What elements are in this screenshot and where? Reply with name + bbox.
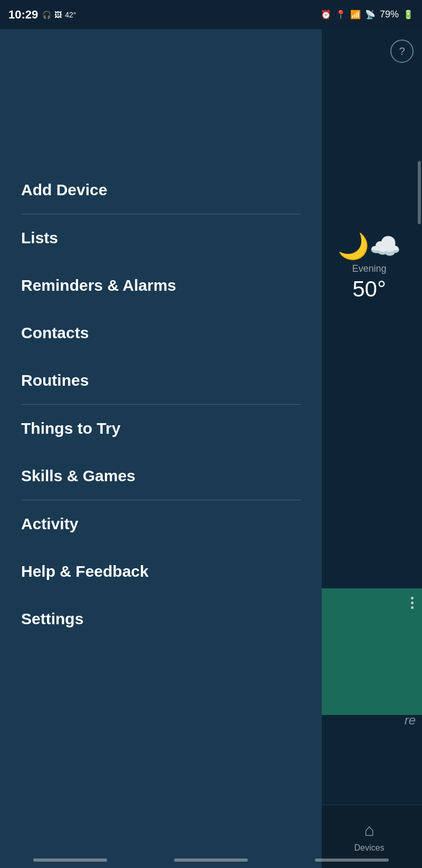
- weather-icon: 🌙☁️: [338, 232, 401, 261]
- menu-item-lists[interactable]: Lists: [0, 214, 322, 262]
- menu-item-routines[interactable]: Routines: [0, 357, 322, 404]
- gallery-icon: 🖼: [54, 11, 62, 19]
- status-time: 10:29: [8, 8, 38, 22]
- main-container: ? 🌙☁️ Evening 50° re ⌂ Devices Add Devic…: [0, 29, 422, 868]
- menu-item-help-feedback[interactable]: Help & Feedback: [0, 548, 322, 595]
- gesture-bar: [0, 859, 422, 862]
- alarm-icon: ⏰: [321, 9, 331, 20]
- wifi-icon: 📶: [350, 9, 361, 20]
- battery-percent: 79%: [380, 9, 399, 20]
- weather-section: 🌙☁️ Evening 50°: [338, 232, 401, 302]
- menu-item-activity[interactable]: Activity: [0, 500, 322, 548]
- help-icon-button[interactable]: ?: [390, 40, 414, 63]
- home-icon: ⌂: [364, 821, 374, 840]
- gesture-pill-left: [33, 859, 107, 862]
- partial-text: re: [405, 713, 416, 728]
- scrollbar[interactable]: [418, 161, 421, 224]
- bluetooth-icon: 🎧: [42, 11, 51, 19]
- gesture-pill-right: [315, 859, 389, 862]
- question-mark-icon: ?: [399, 45, 405, 58]
- teal-card: [316, 588, 422, 715]
- navigation-drawer: Add Device Lists Reminders & Alarms Cont…: [0, 29, 322, 868]
- battery-icon: 🔋: [403, 9, 414, 20]
- status-bar: 10:29 🎧 🖼 42° ⏰ 📍 📶 📡 79% 🔋: [0, 0, 422, 29]
- menu-item-skills-games[interactable]: Skills & Games: [0, 452, 322, 500]
- menu-item-contacts[interactable]: Contacts: [0, 309, 322, 357]
- status-icons: 🎧 🖼 42°: [42, 11, 76, 19]
- more-options-button[interactable]: [411, 597, 414, 609]
- gesture-pill-center: [174, 859, 248, 862]
- location-icon: 📍: [335, 9, 346, 20]
- weather-label: Evening: [352, 263, 386, 274]
- status-left: 10:29 🎧 🖼 42°: [8, 8, 76, 22]
- menu-item-add-device[interactable]: Add Device: [0, 166, 322, 214]
- italic-text-area: re: [316, 704, 422, 736]
- temperature-label: 42°: [65, 11, 76, 19]
- menu-item-reminders-alarms[interactable]: Reminders & Alarms: [0, 262, 322, 309]
- menu-item-things-to-try[interactable]: Things to Try: [0, 405, 322, 452]
- status-right: ⏰ 📍 📶 📡 79% 🔋: [321, 9, 414, 20]
- menu-item-settings[interactable]: Settings: [0, 595, 322, 643]
- signal-icon: 📡: [365, 9, 376, 20]
- devices-tab-label[interactable]: Devices: [354, 843, 385, 853]
- right-panel: ? 🌙☁️ Evening 50° re ⌂ Devices: [316, 29, 422, 868]
- weather-temperature: 50°: [352, 276, 386, 302]
